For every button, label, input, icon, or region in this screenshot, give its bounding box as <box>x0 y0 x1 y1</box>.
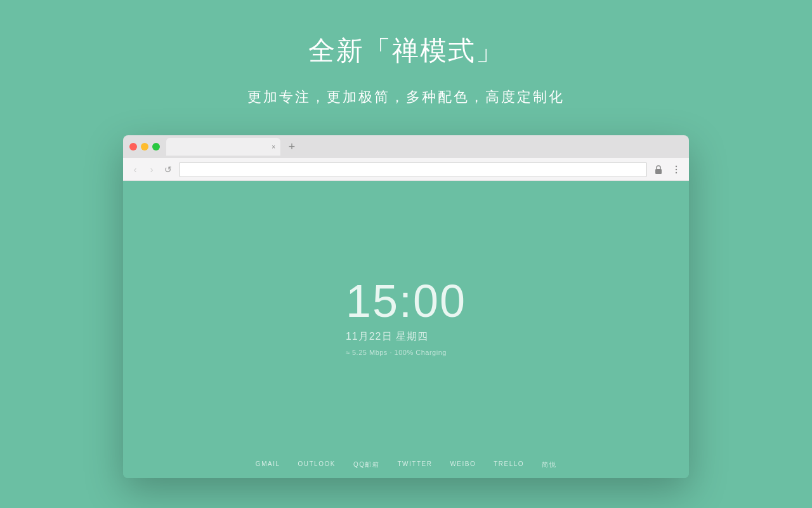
clock-status: ≈ 5.25 Mbps · 100% Charging <box>346 349 466 356</box>
dot-green[interactable] <box>152 143 160 150</box>
footer-link-outlook[interactable]: OUTLOOK <box>298 460 335 469</box>
footer-link-weibo[interactable]: WEIBO <box>450 460 476 469</box>
dot-yellow[interactable] <box>141 143 148 150</box>
browser-footer: GMAIL OUTLOOK QQ邮箱 TWITTER WEIBO TRELLO … <box>123 453 689 478</box>
clock-display: 15:00 11月22日 星期四 ≈ 5.25 Mbps · 100% Char… <box>346 278 466 356</box>
browser-content: 15:00 11月22日 星期四 ≈ 5.25 Mbps · 100% Char… <box>123 181 689 453</box>
browser-tab[interactable]: × <box>166 138 280 156</box>
extension-icon[interactable] <box>652 163 665 176</box>
tab-close-icon[interactable]: × <box>272 144 275 150</box>
svg-point-3 <box>676 171 677 173</box>
browser-tab-bar: × + <box>166 138 683 156</box>
toolbar-icons <box>652 163 683 176</box>
footer-link-twitter[interactable]: TWITTER <box>397 460 432 469</box>
browser-titlebar: × + <box>123 135 689 158</box>
back-button[interactable]: ‹ <box>129 164 141 175</box>
page-title: 全新「禅模式」 <box>308 33 504 69</box>
reload-button[interactable]: ↺ <box>162 164 174 175</box>
menu-icon[interactable] <box>670 163 683 176</box>
dot-red[interactable] <box>129 143 137 150</box>
footer-link-qq[interactable]: QQ邮箱 <box>353 460 380 469</box>
new-tab-button[interactable]: + <box>283 138 301 156</box>
svg-rect-0 <box>655 169 662 174</box>
clock-time: 15:00 <box>346 278 466 324</box>
browser-window: × + ‹ › ↺ <box>123 135 689 478</box>
clock-date: 11月22日 星期四 <box>346 330 466 344</box>
browser-dots <box>129 143 160 150</box>
svg-point-2 <box>676 168 677 170</box>
footer-link-trello[interactable]: TRELLO <box>494 460 524 469</box>
browser-toolbar: ‹ › ↺ <box>123 158 689 181</box>
svg-point-1 <box>676 165 677 166</box>
address-bar[interactable] <box>179 162 647 177</box>
page-subtitle: 更加专注，更加极简，多种配色，高度定制化 <box>247 88 565 107</box>
footer-link-jianyue[interactable]: 简悦 <box>542 460 556 469</box>
forward-button[interactable]: › <box>146 164 157 175</box>
footer-link-gmail[interactable]: GMAIL <box>256 460 280 469</box>
